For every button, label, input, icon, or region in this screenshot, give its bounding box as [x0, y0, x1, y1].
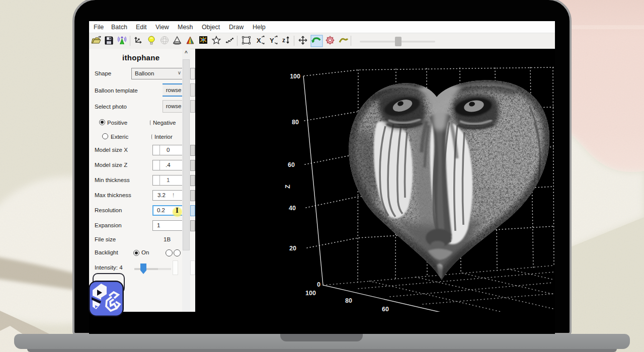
svg-text:X: X: [257, 37, 261, 44]
svg-text:60: 60: [288, 161, 295, 168]
svg-text:20: 20: [289, 245, 296, 252]
svg-text:80: 80: [345, 297, 352, 304]
svg-text:40: 40: [289, 205, 296, 212]
svg-text:Z: Z: [284, 185, 291, 189]
svg-text:100: 100: [305, 290, 316, 297]
svg-text:100: 100: [290, 73, 300, 80]
svg-text:0: 0: [317, 281, 320, 288]
svg-text:80: 80: [292, 119, 299, 126]
svg-text:z: z: [282, 37, 285, 44]
svg-text:Y: Y: [270, 37, 274, 44]
